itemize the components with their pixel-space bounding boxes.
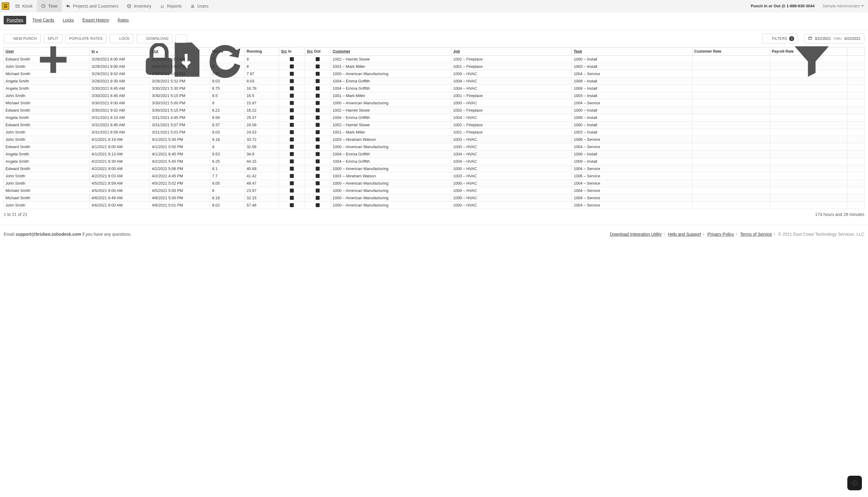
subnav-punches[interactable]: Punches — [4, 16, 26, 24]
truck-icon — [66, 4, 71, 8]
col-src-in[interactable]: Src In — [279, 47, 305, 56]
cell-customer: 1000 – American Manufacturing — [331, 99, 451, 107]
pencil-icon — [290, 123, 294, 127]
cell-payroll-rate — [770, 151, 847, 158]
cell-customer-rate — [692, 187, 770, 194]
col-job[interactable]: Job — [451, 47, 572, 56]
date-range-picker[interactable]: 3/22/2021 THRU 4/22/2021 — [804, 34, 864, 43]
refresh-button[interactable] — [175, 34, 187, 43]
support-email-text: Email support@brizbee.zohodesk.com if yo… — [4, 232, 132, 237]
new-punch-button[interactable]: NEW PUNCH — [4, 34, 41, 43]
download-button[interactable]: DOWNLOAD — [137, 34, 172, 43]
pencil-icon — [316, 94, 319, 98]
cell-tail — [847, 202, 865, 209]
table-row[interactable]: John Smith4/1/2021 8:19 AM4/1/2021 5:30 … — [4, 136, 865, 143]
col-src-out[interactable]: Src Out — [305, 47, 331, 56]
nav-projects[interactable]: Projects and Customers — [62, 0, 123, 12]
table-row[interactable]: John Smith3/31/2021 8:59 AM3/31/2021 5:0… — [4, 129, 865, 136]
cell-hours: 8.58 — [210, 114, 244, 122]
pencil-icon — [290, 159, 294, 164]
nav-kiosk[interactable]: Kiosk — [11, 0, 37, 12]
cell-customer-rate — [692, 165, 770, 172]
subnav-export-history[interactable]: Export History — [82, 18, 109, 24]
col-customer[interactable]: Customer — [331, 47, 451, 56]
footer-help-support[interactable]: Help and Support — [668, 232, 701, 237]
table-row[interactable]: Angela Smith4/1/2021 9:13 AM4/1/2021 6:4… — [4, 151, 865, 158]
cell-src-in — [279, 165, 305, 172]
cell-src-in — [279, 158, 305, 165]
split-button[interactable]: SPLIT — [44, 34, 62, 43]
cell-job: 1002 – Fireplace — [451, 56, 572, 63]
filters-button[interactable]: FILTERS 0 — [762, 34, 798, 43]
table-row[interactable]: Edward Smith3/30/2021 9:02 AM3/30/2021 5… — [4, 107, 865, 114]
subnav-rates[interactable]: Rates — [118, 18, 129, 24]
cell-src-in — [279, 77, 305, 85]
table-row[interactable]: Angela Smith3/30/2021 8:45 AM3/30/2021 5… — [4, 85, 865, 92]
funnel-icon — [766, 37, 770, 41]
cell-out: 3/31/2021 4:45 PM — [150, 114, 210, 122]
cell-out: 3/30/2021 5:00 PM — [150, 99, 210, 107]
table-row[interactable]: Angela Smith4/2/2021 8:30 AM4/2/2021 5:4… — [4, 158, 865, 165]
cell-customer: 1003 – Abraham Watson — [331, 136, 451, 143]
table-row[interactable]: Michael Smith4/5/2021 9:00 AM4/5/2021 5:… — [4, 187, 865, 194]
subnav-time-cards[interactable]: Time Cards — [32, 18, 54, 24]
nav-users[interactable]: Users — [186, 0, 213, 12]
cell-job: 1002 – Fireplace — [451, 122, 572, 129]
table-row[interactable]: Edward Smith4/2/2021 9:00 AM4/2/2021 5:0… — [4, 165, 865, 172]
cell-src-in — [279, 194, 305, 202]
table-row[interactable]: John Smith3/30/2021 8:45 AM3/30/2021 5:1… — [4, 92, 865, 99]
nav-time[interactable]: Time — [37, 0, 62, 12]
cell-task: 1004 – Service — [572, 143, 692, 151]
footer-privacy[interactable]: Privacy Policy — [708, 232, 734, 237]
table-row[interactable]: Edward Smith4/1/2021 9:00 AM4/1/2021 5:0… — [4, 143, 865, 151]
pencil-icon — [290, 86, 294, 90]
pencil-icon — [316, 138, 319, 141]
table-row[interactable]: Michael Smith3/30/2021 9:00 AM3/30/2021 … — [4, 99, 865, 107]
table-row[interactable]: Edward Smith3/31/2021 8:45 AM3/31/2021 5… — [4, 122, 865, 129]
col-task[interactable]: Task — [572, 47, 692, 56]
cell-in: 3/30/2021 8:45 AM — [90, 85, 150, 92]
pencil-icon — [290, 181, 294, 185]
table-row[interactable]: John Smith4/5/2021 8:59 AM4/5/2021 5:02 … — [4, 180, 865, 187]
footer-download-util[interactable]: Download Integration Utility — [610, 232, 661, 237]
cell-task: 1000 – Install — [572, 56, 692, 63]
app-logo[interactable]: ☰ — [2, 2, 9, 10]
cell-src-in — [279, 92, 305, 99]
cell-task: 1004 – Service — [572, 99, 692, 107]
clock-icon — [41, 4, 46, 8]
cell-running: 24.53 — [244, 129, 279, 136]
cell-out: 3/31/2021 5:01 PM — [150, 129, 210, 136]
col-customer-rate[interactable]: Customer Rate — [692, 47, 770, 56]
footer-terms[interactable]: Terms of Service — [740, 232, 772, 237]
cell-task: 1004 – Service — [572, 180, 692, 187]
pencil-icon — [290, 152, 294, 156]
pencil-icon — [290, 167, 294, 171]
current-user-menu[interactable]: Sample Administrator — [819, 4, 866, 8]
table-row[interactable]: Michael Smith4/6/2021 8:49 AM4/6/2021 5:… — [4, 194, 865, 202]
cell-tail — [847, 99, 865, 107]
table-row[interactable]: John Smith4/2/2021 9:03 AM4/2/2021 4:45 … — [4, 172, 865, 180]
cell-task: 1004 – Service — [572, 165, 692, 172]
cell-src-out — [305, 129, 331, 136]
populate-rates-button[interactable]: POPULATE RATES — [66, 34, 107, 43]
table-row[interactable]: John Smith4/6/2021 9:00 AM4/6/2021 5:01 … — [4, 202, 865, 209]
cell-hours: 9.53 — [210, 151, 244, 158]
nav-reports[interactable]: Reports — [156, 0, 186, 12]
cell-task: 1003 – Install — [572, 129, 692, 136]
cell-customer: 1001 – Mark Miller — [331, 63, 451, 70]
nav-inventory[interactable]: Inventory — [123, 0, 156, 12]
cell-job: 1002 – Fireplace — [451, 107, 572, 114]
pencil-icon — [316, 167, 319, 171]
pencil-icon — [290, 203, 294, 207]
pencil-icon — [316, 145, 319, 149]
punch-phone-text: Punch In or Out @ 1-888-930-3044 — [746, 4, 819, 8]
subnav-locks[interactable]: Locks — [63, 18, 74, 24]
table-row[interactable]: Angela Smith3/31/2021 8:10 AM3/31/2021 4… — [4, 114, 865, 122]
lock-button[interactable]: LOCK — [110, 34, 133, 43]
cell-job: 1000 – HVAC — [451, 99, 572, 107]
cell-task: 1008 – Install — [572, 77, 692, 85]
cell-customer-rate — [692, 63, 770, 70]
cell-job: 1001 – Fireplace — [451, 63, 572, 70]
cell-hours: 8.75 — [210, 85, 244, 92]
users-icon — [190, 4, 195, 8]
